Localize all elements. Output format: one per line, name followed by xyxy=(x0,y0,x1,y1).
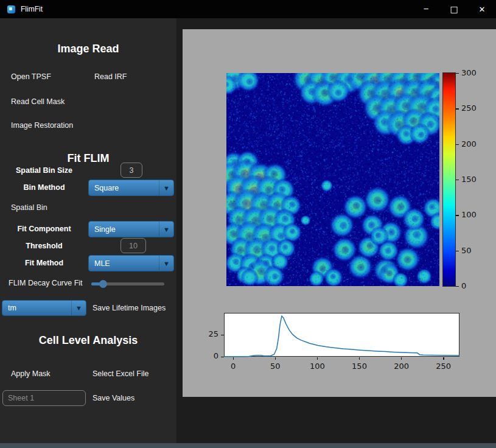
apply-mask-button[interactable]: Apply Mask xyxy=(11,369,51,378)
minimize-button[interactable]: ─ xyxy=(412,0,440,18)
x-tick-mark xyxy=(275,357,276,360)
x-tick-label: 150 xyxy=(351,362,369,371)
colorbar-tick-mark xyxy=(456,108,459,109)
y-tick-label: 0 xyxy=(200,351,218,360)
fit-method-value: MLE xyxy=(94,259,110,268)
fit-component-value: Single xyxy=(94,225,116,234)
bin-method-dropdown[interactable]: Square ▼ xyxy=(88,180,174,196)
colorbar-ticks: 300250200150100500 xyxy=(455,73,494,286)
colorbar-tick-label: 300 xyxy=(461,68,477,79)
sidebar: Image Read Open TPSF Read IRF Read Cell … xyxy=(0,18,176,443)
decay-fit-slider[interactable] xyxy=(91,279,164,289)
app-window: FlimFit ─ □ ✕ Image Read Open TPSF Read … xyxy=(0,0,496,448)
open-tpsf-button[interactable]: Open TPSF xyxy=(11,72,51,81)
window-controls: ─ □ ✕ xyxy=(412,0,496,18)
decay-xticks: 050100150200250 xyxy=(224,357,459,373)
app-icon xyxy=(7,5,15,13)
y-tick-label: 25 xyxy=(200,329,218,338)
slider-handle[interactable] xyxy=(99,280,107,288)
x-tick-label: 250 xyxy=(435,362,453,371)
titlebar: FlimFit ─ □ ✕ xyxy=(0,0,496,18)
image-restoration-button[interactable]: Image Restoration xyxy=(11,121,73,130)
colorbar-tick-mark xyxy=(456,73,459,74)
spatial-bin-size-input[interactable] xyxy=(121,163,142,178)
bin-method-label: Bin Method xyxy=(0,183,88,192)
window-bottom-edge xyxy=(0,443,496,448)
read-cell-mask-button[interactable]: Read Cell Mask xyxy=(11,97,65,106)
colorbar-tick-label: 250 xyxy=(461,103,477,114)
maximize-button[interactable]: □ xyxy=(440,0,468,18)
threshold-input[interactable] xyxy=(121,238,146,253)
x-tick-label: 100 xyxy=(308,362,326,371)
x-tick-mark xyxy=(443,357,444,360)
spatial-bin-size-label: Spatial Bin Size xyxy=(0,166,88,175)
lifetime-image-dropdown[interactable]: tm ▼ xyxy=(2,300,86,316)
fit-component-label: Fit Component xyxy=(0,225,88,233)
colorbar xyxy=(443,73,455,286)
x-tick-label: 200 xyxy=(393,362,411,371)
colorbar-tick-label: 0 xyxy=(461,281,466,292)
x-tick-mark xyxy=(233,357,234,360)
decay-plot-svg xyxy=(225,313,460,357)
colorbar-tick-label: 150 xyxy=(461,174,477,185)
colorbar-tick-mark xyxy=(456,215,459,215)
fit-component-dropdown[interactable]: Single ▼ xyxy=(88,221,174,237)
x-tick-mark xyxy=(359,357,360,360)
chevron-down-icon: ▼ xyxy=(159,180,173,195)
save-lifetime-images-button[interactable]: Save Lifetime Images xyxy=(93,304,166,312)
lifetime-image-value: tm xyxy=(8,304,16,312)
colorbar-tick-mark xyxy=(456,251,459,251)
fit-method-dropdown[interactable]: MLE ▼ xyxy=(88,255,174,271)
close-button[interactable]: ✕ xyxy=(468,0,496,18)
sheet-name-input[interactable] xyxy=(2,390,86,406)
chevron-down-icon: ▼ xyxy=(159,222,173,237)
x-tick-mark xyxy=(317,357,318,360)
y-tick-mark xyxy=(221,357,224,357)
content-area: 300250200150100500 050100150200250 250 xyxy=(176,18,496,443)
colorbar-tick-mark xyxy=(456,180,459,180)
read-irf-button[interactable]: Read IRF xyxy=(94,72,127,81)
decay-curve-path xyxy=(225,316,459,357)
colorbar-tick-mark xyxy=(456,144,459,145)
window-title: FlimFit xyxy=(21,5,43,13)
save-values-button[interactable]: Save Values xyxy=(93,394,134,402)
figure-panel: 300250200150100500 050100150200250 250 xyxy=(183,29,496,397)
x-tick-label: 0 xyxy=(224,362,242,371)
colorbar-tick-label: 50 xyxy=(461,245,472,256)
spatial-bin-button[interactable]: Spatial Bin xyxy=(11,203,47,212)
section-heading-cell-analysis: Cell Level Analysis xyxy=(0,334,176,347)
decay-plot xyxy=(224,313,459,357)
fit-method-label: Fit Method xyxy=(0,259,88,267)
chevron-down-icon: ▼ xyxy=(159,256,173,271)
chevron-down-icon: ▼ xyxy=(71,301,86,315)
colorbar-tick-label: 200 xyxy=(461,139,477,150)
decay-fit-label: FLIM Decay Curve Fit xyxy=(9,279,83,287)
bin-method-value: Square xyxy=(94,184,119,192)
y-tick-mark xyxy=(221,335,224,335)
decay-yticks: 250 xyxy=(200,313,224,357)
colorbar-tick-label: 100 xyxy=(461,209,477,220)
x-tick-label: 50 xyxy=(266,362,284,371)
section-heading-image-read: Image Read xyxy=(0,43,176,55)
flim-heatmap-image xyxy=(226,73,439,286)
colorbar-tick-mark xyxy=(456,286,459,287)
x-tick-mark xyxy=(401,357,402,360)
threshold-label: Threshold xyxy=(0,242,88,250)
section-heading-fit-flim: Fit FLIM xyxy=(0,152,176,165)
select-excel-file-button[interactable]: Select Excel File xyxy=(93,369,148,378)
